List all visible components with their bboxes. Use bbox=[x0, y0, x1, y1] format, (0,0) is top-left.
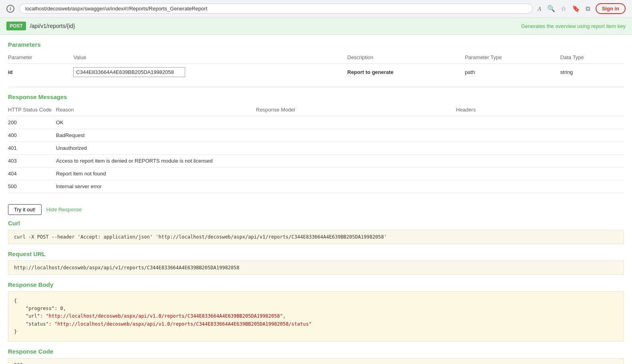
response-messages-title: Response Messages bbox=[8, 93, 624, 100]
json-progress-value: 0, bbox=[60, 306, 66, 311]
browser-toolbar: 𝐴 🔍 ☆ 🔖 ⧉ Sign in bbox=[538, 3, 626, 14]
status-500: 500 bbox=[8, 180, 56, 193]
hide-response-link[interactable]: Hide Response bbox=[46, 207, 82, 213]
response-body-title: Response Body bbox=[8, 281, 624, 288]
status-400: 400 bbox=[8, 129, 56, 142]
endpoint-left: POST /api/v1/reports/{id} bbox=[6, 22, 75, 30]
sign-in-button[interactable]: Sign in bbox=[596, 3, 626, 14]
reason-404: Report item not found bbox=[56, 167, 256, 180]
json-status-value: "http://localhost/decosweb/aspx/api/v1.0… bbox=[54, 321, 312, 327]
reason-401: Unauthorized bbox=[56, 142, 256, 155]
col-parameter: Parameter bbox=[8, 53, 73, 64]
col-headers: Headers bbox=[456, 105, 624, 116]
response-code-value: 200 bbox=[8, 358, 624, 364]
bookmark-icon[interactable]: 🔖 bbox=[572, 5, 580, 12]
reader-mode-icon[interactable]: 𝐴 bbox=[538, 5, 542, 12]
response-row-401: 401 Unauthorized bbox=[8, 142, 624, 155]
reason-200: OK bbox=[56, 116, 256, 129]
response-row-404: 404 Report item not found bbox=[8, 167, 624, 180]
browser-chrome: i localhost/decosweb/aspx/swagger/ui/ind… bbox=[0, 0, 632, 18]
parameters-table: Parameter Value Description Parameter Ty… bbox=[8, 53, 624, 80]
endpoint-path: /api/v1/reports/{id} bbox=[30, 23, 75, 29]
param-value-input[interactable] bbox=[73, 67, 185, 77]
response-messages-section: Response Messages HTTP Status Code Reaso… bbox=[0, 87, 632, 199]
request-url-title: Request URL bbox=[8, 251, 624, 257]
json-progress-line: "progress": 0, bbox=[14, 306, 66, 311]
response-messages-table: HTTP Status Code Reason Response Model H… bbox=[8, 105, 624, 193]
param-datatype-id: string bbox=[560, 64, 624, 81]
response-code-title: Response Code bbox=[8, 348, 624, 355]
json-url-value: "http://localhost/decosweb/aspx/api/v1.0… bbox=[46, 313, 286, 319]
param-name-id: id bbox=[8, 64, 73, 81]
json-status-key: "status" bbox=[26, 321, 49, 327]
headers-404 bbox=[456, 167, 624, 180]
status-404: 404 bbox=[8, 167, 56, 180]
col-reason: Reason bbox=[56, 105, 256, 116]
endpoint-description: Generates the overview using report item… bbox=[521, 23, 626, 29]
model-403 bbox=[256, 155, 456, 167]
model-404 bbox=[256, 167, 456, 180]
endpoint-bar: POST /api/v1/reports/{id} Generates the … bbox=[0, 18, 632, 35]
response-row-500: 500 Internal server error bbox=[8, 180, 624, 193]
json-close-brace: } bbox=[14, 329, 17, 334]
param-value-cell bbox=[73, 64, 347, 81]
headers-200 bbox=[456, 116, 624, 129]
response-row-403: 403 Access to report item is denied or R… bbox=[8, 155, 624, 167]
reason-500: Internal server error bbox=[56, 180, 256, 193]
col-parameter-type: Parameter Type bbox=[465, 53, 560, 64]
status-401: 401 bbox=[8, 142, 56, 155]
model-400 bbox=[256, 129, 456, 142]
parameters-section: Parameters Parameter Value Description P… bbox=[0, 35, 632, 87]
param-type-id: path bbox=[465, 64, 560, 81]
bookmark-add-icon[interactable]: ☆ bbox=[561, 5, 566, 12]
param-description-id: Report to generate bbox=[347, 64, 465, 81]
json-status-line: "status": "http://localhost/decosweb/asp… bbox=[14, 321, 312, 327]
tab-icon[interactable]: ⧉ bbox=[586, 5, 590, 12]
swagger-ui: POST /api/v1/reports/{id} Generates the … bbox=[0, 18, 632, 364]
reason-400: BadRequest bbox=[56, 129, 256, 142]
headers-401 bbox=[456, 142, 624, 155]
response-code-section: Response Code 200 bbox=[0, 348, 632, 364]
curl-section: Curl curl -X POST --header 'Accept: appl… bbox=[0, 220, 632, 251]
response-body-section: Response Body { "progress": 0, "url": "h… bbox=[0, 281, 632, 348]
info-icon: i bbox=[6, 5, 14, 13]
col-data-type: Data Type bbox=[560, 53, 624, 64]
col-value: Value bbox=[73, 53, 347, 64]
method-badge: POST bbox=[6, 22, 26, 30]
try-it-out-button[interactable]: Try it out! bbox=[8, 204, 42, 215]
curl-title: Curl bbox=[8, 220, 624, 227]
status-403: 403 bbox=[8, 155, 56, 167]
col-description: Description bbox=[347, 53, 465, 64]
model-200 bbox=[256, 116, 456, 129]
model-500 bbox=[256, 180, 456, 193]
headers-500 bbox=[456, 180, 624, 193]
parameters-title: Parameters bbox=[8, 41, 624, 48]
search-icon[interactable]: 🔍 bbox=[547, 5, 555, 12]
col-http-status: HTTP Status Code bbox=[8, 105, 56, 116]
reason-403: Access to report item is denied or REPOR… bbox=[56, 155, 256, 167]
response-body-box: { "progress": 0, "url": "http://localhos… bbox=[8, 291, 624, 342]
param-row-id: id Report to generate path string bbox=[8, 64, 624, 81]
status-200: 200 bbox=[8, 116, 56, 129]
headers-403 bbox=[456, 155, 624, 167]
json-url-key: "url" bbox=[26, 313, 40, 319]
json-open-brace: { bbox=[14, 298, 17, 304]
json-progress-key: "progress" bbox=[26, 306, 54, 311]
headers-400 bbox=[456, 129, 624, 142]
request-url-section: Request URL http://localhost/decosweb/as… bbox=[0, 251, 632, 281]
response-row-200: 200 OK bbox=[8, 116, 624, 129]
response-row-400: 400 BadRequest bbox=[8, 129, 624, 142]
json-url-line: "url": "http://localhost/decosweb/aspx/a… bbox=[14, 313, 286, 319]
model-401 bbox=[256, 142, 456, 155]
action-bar: Try it out! Hide Response bbox=[0, 199, 632, 220]
col-response-model: Response Model bbox=[256, 105, 456, 116]
url-bar[interactable]: localhost/decosweb/aspx/swagger/ui/index… bbox=[19, 4, 533, 14]
curl-value: curl -X POST --header 'Accept: applicati… bbox=[8, 230, 624, 244]
request-url-value: http://localhost/decosweb/aspx/api/v1/re… bbox=[8, 261, 624, 275]
